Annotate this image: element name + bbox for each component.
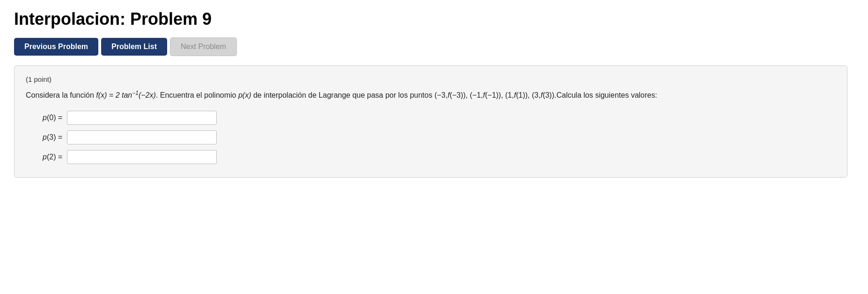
list-item: p(0) = bbox=[43, 111, 836, 125]
description-post: de interpolación de Lagrange que pasa po… bbox=[251, 91, 657, 99]
description-mid: . Encuentra el polinomio bbox=[156, 91, 238, 99]
p3-label: p(3) = bbox=[43, 133, 62, 142]
poly-symbol: p(x) bbox=[238, 91, 251, 99]
page-title: Interpolacion: Problem 9 bbox=[14, 9, 854, 29]
p0-label: p(0) = bbox=[43, 114, 62, 122]
p3-input[interactable] bbox=[67, 130, 217, 144]
answer-list: p(0) = p(3) = p(2) = bbox=[26, 111, 836, 164]
button-row: Previous Problem Problem List Next Probl… bbox=[14, 37, 854, 56]
points-label: (1 point) bbox=[26, 75, 836, 83]
next-problem-button: Next Problem bbox=[170, 37, 237, 56]
problem-box: (1 point) Considera la función f(x) = 2 … bbox=[14, 65, 847, 178]
p2-label: p(2) = bbox=[43, 153, 62, 161]
problem-description: Considera la función f(x) = 2 tan−1(−2x)… bbox=[26, 89, 836, 101]
previous-problem-button[interactable]: Previous Problem bbox=[14, 38, 98, 56]
p2-input[interactable] bbox=[67, 150, 217, 164]
description-pre: Considera la función bbox=[26, 91, 96, 99]
problem-list-button[interactable]: Problem List bbox=[101, 38, 167, 56]
p0-input[interactable] bbox=[67, 111, 217, 125]
list-item: p(2) = bbox=[43, 150, 836, 164]
list-item: p(3) = bbox=[43, 130, 836, 144]
function-formula: f(x) = 2 tan−1(−2x) bbox=[96, 91, 156, 99]
